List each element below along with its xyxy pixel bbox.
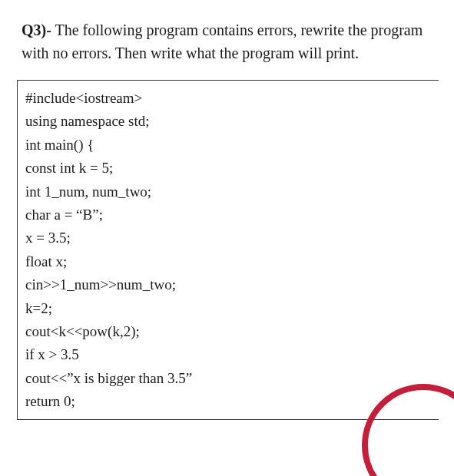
code-line: using namespace std;	[25, 110, 431, 133]
code-line: int 1_num, num_two;	[25, 180, 431, 203]
code-line: #include<iostream>	[25, 87, 431, 110]
question-label: Q3)-	[22, 21, 51, 38]
code-line: return 0;	[25, 390, 431, 413]
code-line: char a = “B”;	[25, 203, 431, 226]
question-text: The following program contains errors, r…	[22, 21, 423, 61]
code-line: cout<<”x is bigger than 3.5”	[25, 367, 431, 390]
code-line: cout<k<<pow(k,2);	[25, 320, 431, 343]
code-line: if x > 3.5	[25, 343, 431, 366]
code-line: const int k = 5;	[25, 157, 431, 180]
question-header: Q3)- The following program contains erro…	[15, 18, 439, 64]
code-line: float x;	[25, 250, 431, 273]
code-line: x = 3.5;	[25, 226, 431, 250]
code-line: cin>>1_num>>num_two;	[25, 273, 431, 296]
code-block: #include<iostream> using namespace std; …	[17, 80, 439, 420]
code-line: int main() {	[25, 134, 431, 157]
code-line: k=2;	[25, 297, 431, 320]
